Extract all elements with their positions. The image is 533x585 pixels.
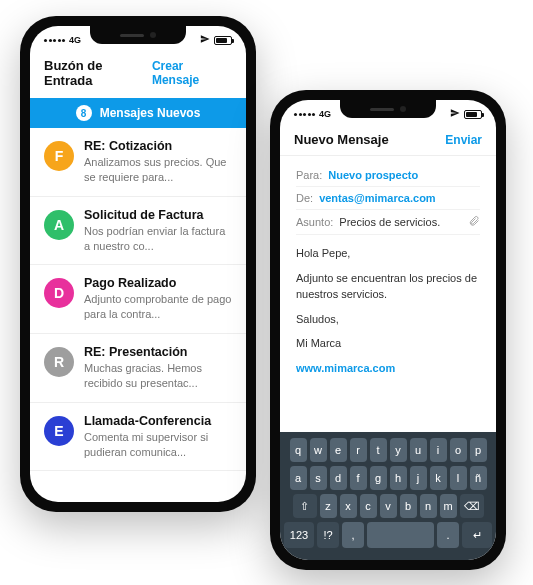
key[interactable]: , (342, 522, 364, 548)
key[interactable]: f (350, 466, 367, 490)
message-preview: Muchas gracias. Hemos recibido su presen… (84, 361, 232, 391)
inbox-header: Buzón de Entrada Crear Mensaje (30, 54, 246, 98)
notch (90, 26, 186, 44)
key[interactable]: i (430, 438, 447, 462)
key[interactable]: ñ (470, 466, 487, 490)
message-body[interactable]: Hola Pepe, Adjunto se encuentran los pre… (296, 235, 480, 376)
key[interactable]: q (290, 438, 307, 462)
key[interactable]: k (430, 466, 447, 490)
key[interactable]: 123 (284, 522, 314, 548)
carrier-label: 4G (69, 35, 81, 45)
body-greeting: Hola Pepe, (296, 245, 480, 262)
body-sign: Saludos, (296, 311, 480, 328)
key[interactable]: z (320, 494, 337, 518)
carrier-label: 4G (319, 109, 331, 119)
battery-icon (214, 36, 232, 45)
message-preview: Comenta mi supervisor si pudieran comuni… (84, 430, 232, 460)
count-badge: 8 (76, 105, 92, 121)
key[interactable]: x (340, 494, 357, 518)
send-button[interactable]: Enviar (445, 133, 482, 147)
message-preview: Nos podrían enviar la factura a nuestro … (84, 224, 232, 254)
from-value: ventas@mimarca.com (319, 192, 436, 204)
signal-dots-icon (294, 113, 315, 116)
message-preview: Analizamos sus precios. Que se requiere … (84, 155, 232, 185)
location-icon (200, 34, 210, 46)
avatar: F (44, 141, 74, 171)
message-subject: Llamada-Conferencia (84, 414, 232, 428)
banner-text: Mensajes Nuevos (100, 106, 201, 120)
signal-dots-icon (44, 39, 65, 42)
key[interactable]: ↵ (462, 522, 492, 548)
to-label: Para: (296, 169, 322, 181)
key[interactable]: j (410, 466, 427, 490)
message-subject: RE: Cotización (84, 139, 232, 153)
phone-inbox: 4G Buzón de Entrada Crear Mensaje 8 Mens… (20, 16, 256, 512)
battery-icon (464, 110, 482, 119)
new-messages-banner[interactable]: 8 Mensajes Nuevos (30, 98, 246, 128)
key[interactable]: . (437, 522, 459, 548)
subject-field[interactable]: Asunto: Precios de servicios. (296, 210, 480, 235)
key[interactable]: u (410, 438, 427, 462)
page-title: Nuevo Mensaje (294, 132, 389, 147)
keyboard: qwertyuiopasdfghjklñ⇧zxcvbnm⌫123!?,.↵ (280, 432, 496, 560)
from-label: De: (296, 192, 313, 204)
body-brand: Mi Marca (296, 335, 480, 352)
to-field[interactable]: Para: Nuevo prospecto (296, 164, 480, 187)
list-item[interactable]: R RE: Presentación Muchas gracias. Hemos… (30, 334, 246, 403)
phone-compose: 4G Nuevo Mensaje Enviar Para: Nuevo pros… (270, 90, 506, 570)
key[interactable] (367, 522, 434, 548)
avatar: R (44, 347, 74, 377)
key[interactable]: m (440, 494, 457, 518)
key[interactable]: ⌫ (460, 494, 484, 518)
key[interactable]: p (470, 438, 487, 462)
subject-label: Asunto: (296, 216, 333, 228)
key[interactable]: s (310, 466, 327, 490)
message-subject: Pago Realizado (84, 276, 232, 290)
key[interactable]: ⇧ (293, 494, 317, 518)
avatar: D (44, 278, 74, 308)
notch (340, 100, 436, 118)
message-subject: RE: Presentación (84, 345, 232, 359)
key[interactable]: c (360, 494, 377, 518)
message-preview: Adjunto comprobante de pago para la cont… (84, 292, 232, 322)
key[interactable]: d (330, 466, 347, 490)
list-item[interactable]: F RE: Cotización Analizamos sus precios.… (30, 128, 246, 197)
avatar: A (44, 210, 74, 240)
to-value: Nuevo prospecto (328, 169, 418, 181)
key[interactable]: b (400, 494, 417, 518)
list-item[interactable]: A Solicitud de Factura Nos podrían envia… (30, 197, 246, 266)
body-url: www.mimarca.com (296, 360, 480, 377)
key[interactable]: l (450, 466, 467, 490)
compose-form: Para: Nuevo prospecto De: ventas@mimarca… (280, 156, 496, 392)
subject-value: Precios de servicios. (339, 216, 462, 228)
list-item[interactable]: D Pago Realizado Adjunto comprobante de … (30, 265, 246, 334)
from-field[interactable]: De: ventas@mimarca.com (296, 187, 480, 210)
key[interactable]: !? (317, 522, 339, 548)
list-item[interactable]: E Llamada-Conferencia Comenta mi supervi… (30, 403, 246, 472)
message-subject: Solicitud de Factura (84, 208, 232, 222)
key[interactable]: e (330, 438, 347, 462)
page-title: Buzón de Entrada (44, 58, 152, 88)
avatar: E (44, 416, 74, 446)
location-icon (450, 108, 460, 120)
compose-header: Nuevo Mensaje Enviar (280, 128, 496, 156)
key[interactable]: a (290, 466, 307, 490)
compose-button[interactable]: Crear Mensaje (152, 59, 232, 87)
attachment-icon[interactable] (468, 215, 480, 229)
screen: 4G Nuevo Mensaje Enviar Para: Nuevo pros… (280, 100, 496, 560)
key[interactable]: r (350, 438, 367, 462)
key[interactable]: g (370, 466, 387, 490)
message-list: F RE: Cotización Analizamos sus precios.… (30, 128, 246, 471)
key[interactable]: y (390, 438, 407, 462)
key[interactable]: w (310, 438, 327, 462)
key[interactable]: o (450, 438, 467, 462)
key[interactable]: t (370, 438, 387, 462)
body-line: Adjunto se encuentran los precios de nue… (296, 270, 480, 303)
key[interactable]: h (390, 466, 407, 490)
key[interactable]: n (420, 494, 437, 518)
key[interactable]: v (380, 494, 397, 518)
screen: 4G Buzón de Entrada Crear Mensaje 8 Mens… (30, 26, 246, 502)
